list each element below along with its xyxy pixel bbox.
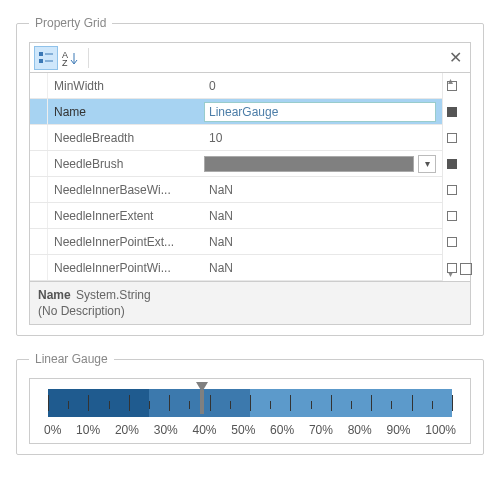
property-value[interactable]: LinearGauge [198, 102, 442, 122]
gauge-segment [149, 389, 250, 417]
property-marker[interactable] [447, 159, 457, 169]
value-input[interactable]: 0 [204, 76, 436, 96]
value-input[interactable]: 10 [204, 128, 436, 148]
property-value[interactable]: NaN [198, 206, 442, 226]
property-row[interactable]: NeedleInnerPointWi...NaN [30, 255, 442, 281]
gauge-tick-minor [189, 401, 190, 409]
property-row[interactable]: MinWidth0 [30, 73, 442, 99]
gauge-tick-major [169, 395, 170, 411]
gauge-label: 90% [386, 423, 410, 437]
gauge-label: 10% [76, 423, 100, 437]
row-gutter [30, 99, 48, 124]
gauge-label: 50% [231, 423, 255, 437]
gauge-tick-major [88, 395, 89, 411]
alphabetical-icon: AZ [62, 50, 82, 66]
linear-gauge-legend: Linear Gauge [29, 352, 114, 366]
gauge-label: 70% [309, 423, 333, 437]
description-type: System.String [76, 288, 151, 302]
value-input[interactable]: LinearGauge [204, 102, 436, 122]
value-input[interactable]: NaN [204, 258, 436, 278]
row-gutter [30, 151, 48, 176]
categorized-button[interactable] [34, 46, 58, 70]
value-input[interactable]: NaN [204, 180, 436, 200]
property-marker[interactable] [447, 107, 457, 117]
gauge-tick-minor [109, 401, 110, 409]
dropdown-button[interactable]: ▾ [418, 155, 436, 173]
row-gutter [30, 73, 48, 98]
gauge-tick-major [412, 395, 413, 411]
value-input[interactable]: NaN [204, 206, 436, 226]
gauge-tick-major [129, 395, 130, 411]
property-name: NeedleInnerExtent [48, 209, 198, 223]
property-value[interactable]: NaN [198, 180, 442, 200]
property-marker[interactable] [447, 81, 457, 91]
brush-swatch [204, 156, 414, 172]
property-value[interactable]: 0 [198, 76, 442, 96]
property-row[interactable]: NeedleInnerPointExt...NaN [30, 229, 442, 255]
property-name: MinWidth [48, 79, 198, 93]
gauge-label: 20% [115, 423, 139, 437]
gauge-labels: 0%10%20%30%40%50%60%70%80%90%100% [44, 423, 456, 437]
property-name: NeedleInnerPointWi... [48, 261, 198, 275]
row-gutter [30, 229, 48, 254]
property-row[interactable]: NeedleInnerBaseWi...NaN [30, 177, 442, 203]
gauge-tick-major [452, 395, 453, 411]
property-value[interactable]: NaN [198, 232, 442, 252]
svg-text:Z: Z [62, 58, 68, 66]
description-text: (No Description) [38, 304, 462, 318]
property-name: Name [48, 105, 198, 119]
description-name: Name [38, 288, 71, 302]
row-gutter [30, 255, 48, 280]
gauge-tick-minor [391, 401, 392, 409]
gauge-tick-major [250, 395, 251, 411]
linear-gauge: 0%10%20%30%40%50%60%70%80%90%100% [29, 378, 471, 444]
svg-rect-0 [39, 52, 43, 56]
property-row[interactable]: NeedleInnerExtentNaN [30, 203, 442, 229]
gauge-label: 100% [425, 423, 456, 437]
categorized-icon [38, 50, 54, 66]
property-name: NeedleBrush [48, 157, 198, 171]
row-gutter [30, 177, 48, 202]
gauge-tick-minor [432, 401, 433, 409]
gauge-label: 0% [44, 423, 61, 437]
property-grid-legend: Property Grid [29, 16, 112, 30]
property-marker[interactable] [447, 263, 457, 273]
gauge-tick-minor [270, 401, 271, 409]
alphabetical-button[interactable]: AZ [60, 46, 84, 70]
gauge-tick-major [210, 395, 211, 411]
property-marker[interactable] [447, 211, 457, 221]
gauge-tick-minor [149, 401, 150, 409]
property-value[interactable]: 10 [198, 128, 442, 148]
property-grid: AZ ✕ MinWidth0NameLinearGaugeNeedleBread… [29, 42, 471, 325]
property-marker[interactable] [447, 133, 457, 143]
property-grid-group: Property Grid AZ ✕ MinWidth0NameLinearGa… [16, 16, 484, 336]
property-marker[interactable] [447, 237, 457, 247]
gauge-label: 60% [270, 423, 294, 437]
gauge-tick-minor [230, 401, 231, 409]
gauge-tick-minor [351, 401, 352, 409]
property-markers-gutter[interactable]: ▴ ▾ [442, 73, 470, 281]
property-grid-toolbar: AZ ✕ [30, 43, 470, 73]
gauge-tick-minor [68, 401, 69, 409]
gauge-label: 30% [154, 423, 178, 437]
gauge-track[interactable] [48, 389, 452, 417]
property-value[interactable]: ▾ [198, 155, 442, 173]
gauge-tick-major [290, 395, 291, 411]
gauge-tick-minor [311, 401, 312, 409]
svg-rect-2 [39, 59, 43, 63]
property-row[interactable]: NeedleBrush▾ [30, 151, 442, 177]
row-gutter [30, 125, 48, 150]
property-row[interactable]: NeedleBreadth10 [30, 125, 442, 151]
property-marker[interactable] [447, 185, 457, 195]
value-input[interactable]: NaN [204, 232, 436, 252]
gauge-tick-major [331, 395, 332, 411]
property-grid-body: MinWidth0NameLinearGaugeNeedleBreadth10N… [30, 73, 470, 281]
property-description-panel: Name System.String (No Description) [30, 281, 470, 324]
property-value[interactable]: NaN [198, 258, 442, 278]
gauge-label: 80% [348, 423, 372, 437]
gauge-tick-major [371, 395, 372, 411]
gauge-label: 40% [193, 423, 217, 437]
clear-button[interactable]: ✕ [445, 48, 466, 67]
property-row[interactable]: NameLinearGauge [30, 99, 442, 125]
property-name: NeedleInnerBaseWi... [48, 183, 198, 197]
